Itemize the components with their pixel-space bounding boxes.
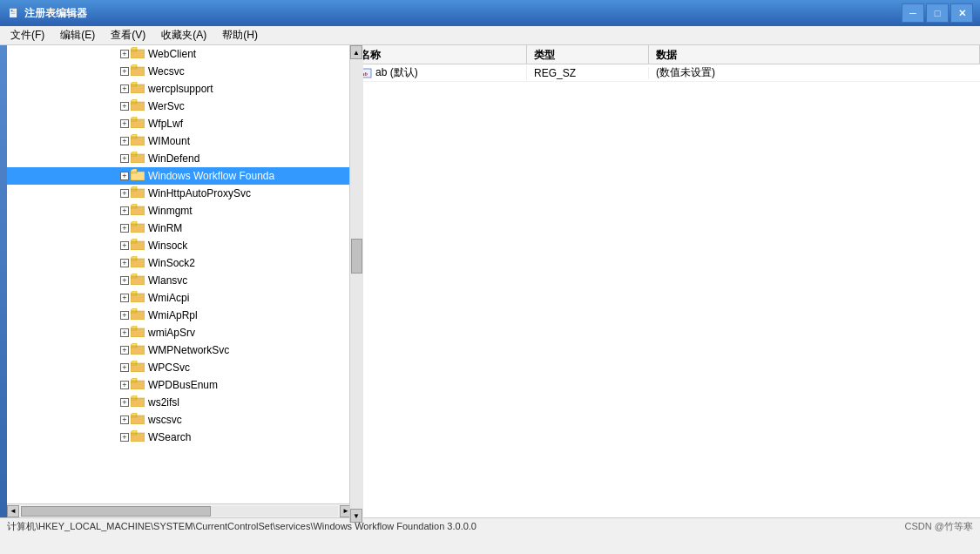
expand-icon[interactable]: + [120,346,129,355]
folder-icon [131,361,145,375]
tree-item[interactable]: + WPCSvc [7,359,352,376]
expand-icon[interactable]: + [120,398,129,407]
tree-item[interactable]: + Winsock [7,237,352,254]
title-bar: 🖥 注册表编辑器 ─ □ ✕ [0,0,980,26]
tree-item[interactable]: + WebClient [7,45,352,63]
col-header-type: 类型 [527,45,649,64]
folder-icon [131,326,145,340]
tree-item-label: Winmgmt [148,205,193,217]
expand-icon[interactable]: + [120,241,129,250]
tree-item[interactable]: + WMPNetworkSvc [7,341,352,359]
expand-icon[interactable]: + [120,137,129,145]
hscroll-thumb[interactable] [21,506,211,517]
reg-name-cell: ab ab (默认) [353,65,527,80]
expand-icon[interactable]: + [120,84,129,93]
tree-item[interactable]: + Winmgmt [7,202,352,220]
tree-item-label: WerSvc [148,100,185,112]
tree-item-label: WinRM [148,222,182,234]
hscroll-track [21,506,338,517]
expand-icon[interactable]: + [120,416,129,424]
registry-row[interactable]: ab ab (默认)REG_SZ(数值未设置) [353,64,980,82]
expand-icon[interactable]: + [120,172,129,180]
tree-item[interactable]: + Wlansvc [7,272,352,289]
svg-rect-5 [131,84,137,86]
status-bar: 计算机\HKEY_LOCAL_MACHINE\SYSTEM\CurrentCon… [0,517,980,535]
tree-item[interactable]: + wercplsupport [7,80,352,98]
folder-icon [131,204,145,218]
tree-item-label: WmiAcpi [148,292,189,304]
expand-icon[interactable]: + [120,119,129,128]
tree-item[interactable]: + ws2ifsl [7,394,352,411]
menu-favorites[interactable]: 收藏夹(A) [154,26,213,44]
vscroll-down-arrow[interactable]: ▼ [350,509,362,523]
tree-item[interactable]: + WPDBusEnum [7,376,352,394]
horizontal-scrollbar[interactable]: ◄ ► [7,503,352,517]
vertical-scrollbar[interactable]: ▲ ▼ [349,45,363,523]
expand-icon[interactable]: + [120,224,129,233]
expand-icon[interactable]: + [120,363,129,372]
menu-file[interactable]: 文件(F) [3,26,51,44]
expand-icon[interactable]: + [120,154,129,163]
tree-item[interactable]: + WinRM [7,220,352,237]
tree-item[interactable]: + wscsvc [7,411,352,429]
close-button[interactable]: ✕ [950,3,973,23]
tree-item[interactable]: + Wecsvc [7,63,352,80]
svg-rect-13 [131,154,137,156]
hscroll-left-arrow[interactable]: ◄ [7,505,19,517]
menu-edit[interactable]: 编辑(E) [53,26,102,44]
svg-rect-35 [131,346,137,348]
tree-item[interactable]: + WinDefend [7,150,352,167]
svg-rect-19 [131,206,137,208]
folder-icon [131,256,145,270]
tree-item-label: wercplsupport [148,83,213,95]
right-panel-header: 名称 类型 数据 [353,45,980,64]
tree-item-label: WPDBusEnum [148,379,218,391]
svg-rect-17 [131,189,137,191]
expand-icon[interactable]: + [120,259,129,267]
tree-item[interactable]: + WfpLwf [7,115,352,132]
tree-panel: + WebClient+ Wecsvc+ wercplsupport+ WerS… [7,45,353,517]
menu-view[interactable]: 查看(V) [104,26,152,44]
tree-item-label: Winsock [148,240,187,252]
app-title: 注册表编辑器 [24,6,87,21]
menu-help[interactable]: 帮助(H) [215,26,265,44]
folder-icon [131,186,145,200]
minimize-button[interactable]: ─ [902,3,924,23]
vscroll-thumb[interactable] [351,239,362,274]
tree-item[interactable]: + WinHttpAutoProxySvc [7,185,352,202]
expand-icon[interactable]: + [120,67,129,76]
expand-icon[interactable]: + [120,381,129,389]
expand-icon[interactable]: + [120,189,129,198]
expand-icon[interactable]: + [120,328,129,337]
tree-item[interactable]: + WmiApRpl [7,307,352,324]
tree-item[interactable]: + wmiApSrv [7,324,352,341]
folder-icon [131,274,145,287]
svg-rect-9 [131,119,137,121]
tree-item[interactable]: + WmiAcpi [7,289,352,307]
window-controls: ─ □ ✕ [902,3,973,23]
expand-icon[interactable]: + [120,102,129,111]
expand-icon[interactable]: + [120,50,129,58]
maximize-button[interactable]: □ [926,3,949,23]
tree-item-label: WinDefend [148,152,199,165]
vscroll-up-arrow[interactable]: ▲ [350,45,362,59]
tree-item-label: Windows Workflow Founda [148,170,274,182]
reg-name-text: ab (默认) [375,65,418,80]
tree-item[interactable]: + WIMount [7,132,352,150]
expand-icon[interactable]: + [120,206,129,215]
folder-icon [131,239,145,253]
tree-item[interactable]: + WerSvc [7,98,352,115]
expand-icon[interactable]: + [120,311,129,320]
expand-icon[interactable]: + [120,294,129,302]
tree-item[interactable]: + WinSock2 [7,254,352,272]
reg-data-cell: (数值未设置) [649,65,980,80]
left-border-decoration [0,45,7,517]
folder-icon [131,134,145,148]
svg-rect-37 [131,363,137,365]
tree-item-label: WMPNetworkSvc [148,344,229,356]
tree-item[interactable]: + Windows Workflow Founda [7,167,352,185]
tree-item[interactable]: + WSearch [7,429,352,446]
expand-icon[interactable]: + [120,433,129,442]
tree-scroll[interactable]: + WebClient+ Wecsvc+ wercplsupport+ WerS… [7,45,352,503]
expand-icon[interactable]: + [120,276,129,285]
